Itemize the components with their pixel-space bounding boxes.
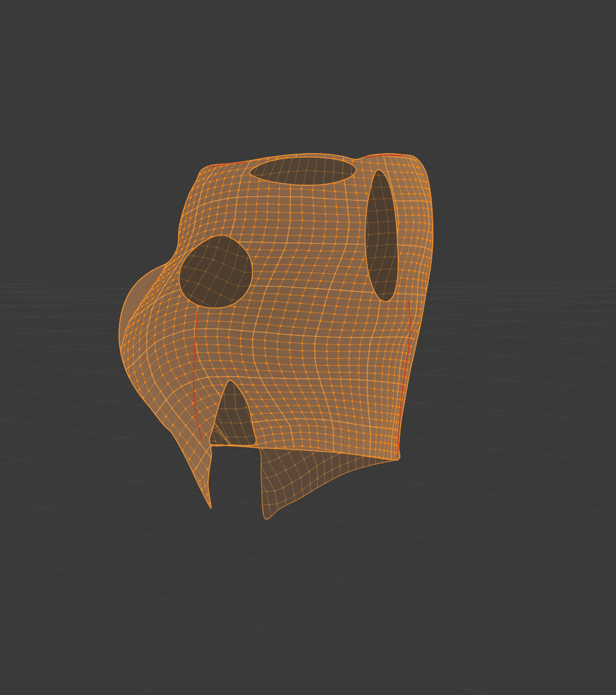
- viewport-3d[interactable]: [0, 0, 616, 695]
- viewport-canvas: [0, 0, 616, 695]
